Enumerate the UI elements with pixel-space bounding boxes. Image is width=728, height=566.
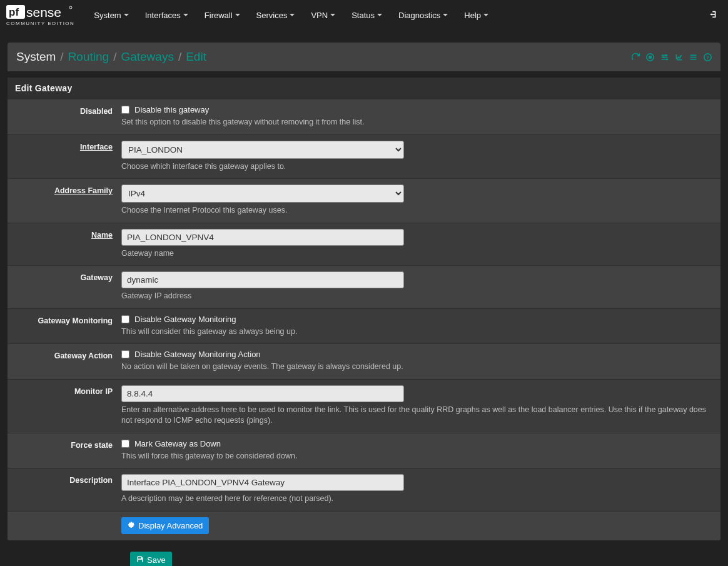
save-icon (136, 555, 144, 565)
chevron-down-icon (124, 14, 129, 16)
label-disabled: Disabled (15, 105, 121, 116)
disabled-checkbox-wrap[interactable]: Disable this gateway (121, 105, 713, 114)
nav-menu: System Interfaces Firewall Services VPN … (86, 0, 497, 30)
row-monitoring: Gateway Monitoring Disable Gateway Monit… (8, 308, 720, 344)
chevron-down-icon (377, 14, 382, 16)
chevron-down-icon (183, 14, 188, 16)
nav-vpn[interactable]: VPN (303, 0, 343, 30)
forcestate-checkbox-wrap[interactable]: Mark Gateway as Down (121, 439, 713, 448)
name-help: Gateway name (121, 248, 713, 260)
header-shortcut-icons: ? (632, 53, 712, 61)
svg-rect-9 (690, 54, 697, 56)
monitoring-checkbox-label: Disable Gateway Monitoring (134, 315, 236, 324)
svg-rect-11 (690, 58, 697, 59)
logo[interactable]: pf sense COMMUNITY EDITION (6, 4, 74, 26)
label-description: Description (15, 474, 121, 485)
action-checkbox[interactable] (121, 350, 129, 358)
help-icon[interactable]: ? (704, 53, 712, 61)
disabled-checkbox[interactable] (121, 106, 129, 114)
monitorip-input[interactable] (121, 385, 404, 402)
restart-service-icon[interactable] (632, 53, 640, 61)
nav-status[interactable]: Status (343, 0, 390, 30)
edit-gateway-panel: Edit Gateway Disabled Disable this gatew… (8, 78, 720, 540)
row-addrfam: Address Family IPv4 Choose the Internet … (8, 178, 720, 223)
monitoring-checkbox[interactable] (121, 315, 129, 323)
save-label: Save (147, 555, 166, 565)
nav-interfaces[interactable]: Interfaces (137, 0, 196, 30)
stop-service-icon[interactable] (646, 53, 654, 61)
row-action: Gateway Action Disable Gateway Monitorin… (8, 343, 720, 379)
svg-rect-10 (690, 56, 697, 58)
disabled-help: Set this option to disable this gateway … (121, 117, 713, 128)
breadcrumb-gateways[interactable]: Gateways (121, 50, 173, 64)
action-checkbox-wrap[interactable]: Disable Gateway Monitoring Action (121, 350, 713, 359)
save-button[interactable]: Save (130, 552, 172, 567)
chevron-down-icon (330, 14, 335, 16)
gateway-help: Gateway IP address (121, 291, 713, 302)
save-row: Save (8, 548, 720, 567)
monitoring-checkbox-wrap[interactable]: Disable Gateway Monitoring (121, 315, 713, 324)
label-interface: Interface (15, 141, 121, 151)
svg-point-6 (665, 54, 667, 56)
description-input[interactable] (121, 474, 404, 491)
breadcrumb-root: System (16, 50, 56, 64)
logo-mark: pf sense (6, 4, 74, 20)
status-graph-icon[interactable] (675, 53, 683, 61)
nav-system[interactable]: System (86, 0, 136, 30)
nav-diagnostics[interactable]: Diagnostics (390, 0, 456, 30)
svg-point-8 (666, 58, 668, 60)
monitoring-help: This will consider this gateway as alway… (121, 326, 713, 338)
interface-help: Choose which interface this gateway appl… (121, 161, 713, 173)
row-advanced: Display Advanced (8, 511, 720, 540)
top-navbar: pf sense COMMUNITY EDITION System Interf… (0, 0, 728, 30)
chevron-down-icon (483, 14, 488, 16)
chevron-down-icon (443, 14, 448, 16)
breadcrumb-routing[interactable]: Routing (68, 50, 109, 64)
label-monitorip: Monitor IP (15, 385, 121, 396)
row-monitorip: Monitor IP Enter an alternative address … (8, 379, 720, 433)
row-description: Description A description may be entered… (8, 468, 720, 511)
interface-select[interactable]: PIA_LONDON (121, 141, 404, 159)
row-interface: Interface PIA_LONDON Choose which interf… (8, 134, 720, 179)
svg-text:sense: sense (26, 5, 61, 19)
logo-subtitle: COMMUNITY EDITION (6, 21, 74, 26)
display-advanced-button[interactable]: Display Advanced (121, 517, 209, 534)
gateway-input[interactable] (121, 271, 404, 288)
disabled-checkbox-label: Disable this gateway (134, 105, 209, 114)
row-disabled: Disabled Disable this gateway Set this o… (8, 99, 720, 134)
action-help: No action will be taken on gateway event… (121, 361, 713, 373)
nav-firewall[interactable]: Firewall (196, 0, 248, 30)
svg-point-7 (662, 56, 664, 58)
label-name: Name (15, 229, 121, 240)
gear-icon (128, 521, 135, 530)
svg-text:?: ? (706, 54, 709, 60)
svg-point-3 (69, 6, 72, 9)
label-monitoring: Gateway Monitoring (15, 315, 121, 325)
addrfam-select[interactable]: IPv4 (121, 184, 404, 203)
settings-icon[interactable] (660, 53, 669, 61)
row-forcestate: Force state Mark Gateway as Down This wi… (8, 433, 720, 468)
chevron-down-icon (235, 14, 240, 16)
label-action: Gateway Action (15, 350, 121, 360)
forcestate-help: This will force this gateway to be consi… (121, 451, 713, 462)
breadcrumb-current[interactable]: Edit (186, 50, 206, 64)
svg-rect-5 (649, 56, 652, 59)
breadcrumb: System / Routing / Gateways / Edit (16, 50, 206, 64)
page-header: System / Routing / Gateways / Edit ? (8, 43, 720, 71)
display-advanced-label: Display Advanced (138, 521, 203, 530)
nav-help[interactable]: Help (456, 0, 497, 30)
panel-title: Edit Gateway (8, 78, 720, 99)
logout-icon[interactable] (705, 6, 722, 24)
monitorip-help: Enter an alternative address here to be … (121, 405, 713, 427)
row-gateway: Gateway Gateway IP address (8, 265, 720, 308)
forcestate-checkbox[interactable] (121, 440, 129, 448)
log-icon[interactable] (689, 53, 697, 61)
svg-text:pf: pf (9, 6, 19, 18)
action-checkbox-label: Disable Gateway Monitoring Action (134, 350, 261, 359)
forcestate-checkbox-label: Mark Gateway as Down (134, 439, 221, 448)
row-name: Name Gateway name (8, 223, 720, 266)
chevron-down-icon (290, 14, 295, 16)
nav-services[interactable]: Services (248, 0, 303, 30)
name-input[interactable] (121, 229, 404, 246)
label-addrfam: Address Family (15, 184, 121, 195)
